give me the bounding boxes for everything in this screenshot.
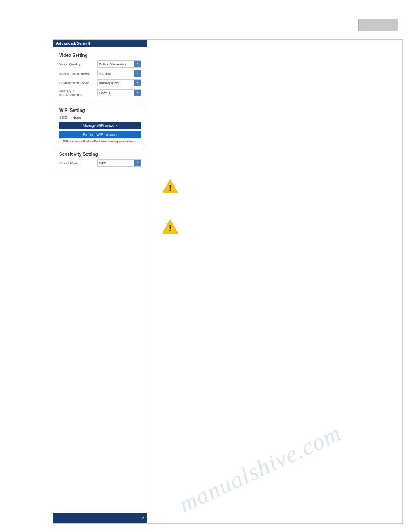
svg-text:!: !	[169, 183, 171, 193]
select-mode-arrow: ▾	[134, 160, 141, 166]
environment-mode-label: Environment Mode:	[59, 81, 97, 85]
left-panel: Advanced/Default Video Setting Video Qua…	[53, 40, 147, 523]
warning-icon-1: !	[162, 179, 179, 195]
screen-orientation-arrow: ▾	[134, 70, 141, 77]
low-light-value: Level 1	[98, 91, 134, 95]
video-quality-value: Better Streaming	[98, 62, 134, 66]
video-section-title: Video Setting	[59, 53, 141, 58]
screen-orientation-value: Normal	[98, 72, 134, 76]
wifi-ssid-value: None	[73, 116, 81, 120]
wifi-section-title: WiFi Setting	[59, 108, 141, 113]
sensitivity-section-title: Sensitivity Setting	[59, 152, 141, 157]
low-light-label: Low Light Enhancement:	[59, 89, 97, 97]
screen-orientation-select[interactable]: Normal ▾	[97, 70, 141, 77]
watermark: manualshive.com	[175, 395, 397, 518]
environment-mode-arrow: ▾	[134, 80, 141, 86]
wifi-ssid-row: SSID: None	[59, 116, 141, 120]
back-arrow-icon[interactable]: ‹	[142, 515, 144, 521]
svg-text:!: !	[169, 223, 171, 233]
right-panel: ! ! manualshive.com	[147, 40, 402, 523]
top-right-button[interactable]	[358, 19, 398, 31]
low-light-row: Low Light Enhancement: Level 1 ▾	[59, 89, 141, 97]
select-mode-row: Select Mode: OFF ▾	[59, 159, 141, 167]
low-light-select[interactable]: Level 1 ▾	[97, 89, 141, 96]
left-panel-bottom-bar: ‹	[53, 513, 147, 523]
environment-mode-select[interactable]: Indoor(50hz) ▾	[97, 79, 141, 86]
environment-mode-row: Environment Mode: Indoor(50hz) ▾	[59, 79, 141, 86]
screen-orientation-row: Screen Orientation: Normal ▾	[59, 70, 141, 77]
refresh-wifi-button[interactable]: Refresh WiFi network	[59, 131, 141, 138]
wifi-setting-section: WiFi Setting SSID: None Manage WiFi netw…	[56, 105, 144, 146]
sensitivity-setting-section: Sensitivity Setting Select Mode: OFF ▾	[56, 149, 144, 172]
video-quality-row: Video Quality: Better Streaming ▾	[59, 60, 141, 68]
wifi-warning-text: WiFi setting will take effect after leav…	[59, 140, 141, 143]
select-mode-value: OFF	[98, 161, 134, 165]
video-quality-label: Video Quality:	[59, 62, 97, 66]
video-setting-section: Video Setting Video Quality: Better Stre…	[56, 50, 144, 102]
warning-icon-2: !	[162, 219, 179, 236]
screen-orientation-label: Screen Orientation:	[59, 72, 97, 76]
manage-wifi-button[interactable]: Manage WiFi network	[59, 122, 141, 129]
panel-header: Advanced/Default	[53, 40, 147, 47]
environment-mode-value: Indoor(50hz)	[98, 81, 134, 85]
video-quality-arrow: ▾	[134, 61, 141, 67]
main-content: Advanced/Default Video Setting Video Qua…	[53, 39, 403, 524]
wifi-ssid-label: SSID:	[59, 116, 73, 120]
select-mode-label: Select Mode:	[59, 161, 97, 165]
select-mode-select[interactable]: OFF ▾	[97, 159, 141, 167]
low-light-arrow: ▾	[134, 90, 141, 96]
video-quality-select[interactable]: Better Streaming ▾	[97, 60, 141, 68]
